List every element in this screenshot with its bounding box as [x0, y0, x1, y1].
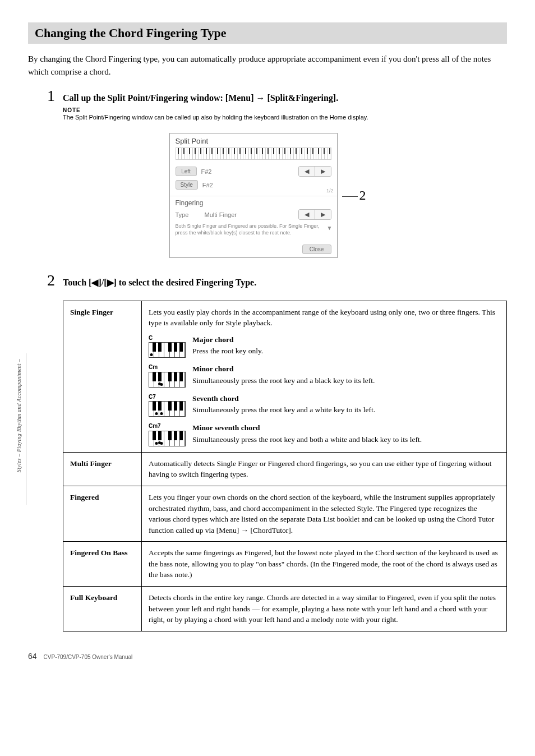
section-header: Changing the Chord Fingering Type: [28, 22, 507, 44]
table-row: Multi Finger Automatically detects Singl…: [63, 452, 507, 486]
page-footer: 64 CVP-709/CVP-705 Owner's Manual: [28, 652, 507, 661]
chord-label: Cm: [149, 363, 186, 372]
row-name: Multi Finger: [63, 452, 142, 486]
chord-seventh: C7 Seventh chord Simultaneously press th…: [149, 393, 500, 417]
chord-label: C7: [149, 393, 186, 402]
chord-keys-icon: [149, 342, 186, 358]
split-point-window: Split Point Left F#2 ◀ ▶ Style F#2 1/2 F…: [169, 133, 338, 257]
table-row: Single Finger Lets you easily play chord…: [63, 301, 507, 452]
chord-desc-text: Simultaneously press the root key and bo…: [192, 435, 422, 444]
note-label: NOTE: [63, 107, 507, 113]
step-2-title: Touch [◀]/[▶] to select the desired Fing…: [63, 277, 256, 288]
chord-desc-text: Simultaneously press the root key and a …: [192, 376, 375, 385]
step-2: 2 Touch [◀]/[▶] to select the desired Fi…: [45, 271, 507, 289]
chord-title: Major chord: [192, 334, 263, 345]
table-row: Fingered Lets you finger your own chords…: [63, 486, 507, 542]
type-label: Type: [176, 211, 200, 218]
row-name: Full Keyboard: [63, 586, 142, 631]
table-row: Full Keyboard Detects chords in the enti…: [63, 586, 507, 631]
type-description-text: Both Single Finger and Fingered are poss…: [176, 223, 320, 236]
type-value: Multi Finger: [205, 211, 294, 218]
fingering-section-label: Fingering: [170, 196, 337, 208]
chord-desc-text: Simultaneously press the root key and a …: [192, 405, 375, 414]
section-title: Changing the Chord Fingering Type: [35, 26, 500, 40]
row-desc: Accepts the same fingerings as Fingered,…: [142, 542, 507, 587]
chord-title: Minor seventh chord: [192, 422, 422, 434]
step-1: 1 Call up the Split Point/Fingering wind…: [45, 87, 507, 122]
table-row: Fingered On Bass Accepts the same finger…: [63, 542, 507, 587]
type-description: Both Single Finger and Fingered are poss…: [170, 221, 337, 241]
chord-minor: Cm Minor chord Simultaneously press the …: [149, 363, 500, 388]
row-name: Single Finger: [63, 301, 142, 452]
row-desc: Automatically detects Single Finger or F…: [142, 452, 507, 486]
style-value: F#2: [202, 182, 331, 188]
row-desc: Lets you easily play chords in the accom…: [142, 301, 507, 452]
left-button[interactable]: Left: [176, 167, 197, 176]
style-button[interactable]: Style: [176, 180, 198, 190]
row-desc: Lets you finger your own chords on the c…: [142, 486, 507, 542]
chord-keys-icon: [149, 431, 186, 446]
note-text: The Split Point/Fingering window can be …: [63, 113, 507, 122]
chord-keys-icon: [149, 401, 186, 417]
page-number: 64: [28, 652, 37, 661]
row-desc: Detects chords in the entire key range. …: [142, 586, 507, 631]
type-prev-button[interactable]: ◀: [299, 210, 315, 219]
row-name: Fingered: [63, 486, 142, 542]
chord-title: Minor chord: [192, 363, 375, 375]
window-title: Split Point: [170, 133, 337, 146]
left-value: F#2: [201, 168, 294, 175]
step-2-number: 2: [45, 271, 55, 289]
fingering-type-table: Single Finger Lets you easily play chord…: [63, 301, 507, 631]
chord-keys-icon: [149, 372, 186, 388]
side-tab-line: [26, 353, 26, 505]
row-name: Fingered On Bass: [63, 542, 142, 587]
keyboard-illustration[interactable]: [176, 147, 331, 160]
chord-major: C Major chord Press the root key only.: [149, 334, 500, 358]
intro-paragraph: By changing the Chord Fingering type, yo…: [28, 53, 507, 78]
splitpoint-next-button[interactable]: ▶: [315, 167, 331, 176]
step-1-note: NOTE The Split Point/Fingering window ca…: [63, 107, 507, 122]
side-tab-label: Styles – Playing Rhythm and Accompanimen…: [16, 359, 22, 472]
type-next-button[interactable]: ▶: [315, 210, 331, 219]
step-1-number: 1: [45, 87, 55, 105]
chord-minor-seventh: Cm7 Minor seventh chord Simultaneously p…: [149, 422, 500, 446]
single-finger-intro: Lets you easily play chords in the accom…: [149, 307, 500, 329]
callout-number: 2: [359, 188, 366, 202]
chord-label: Cm7: [149, 422, 186, 431]
chord-desc-text: Press the root key only.: [192, 347, 263, 355]
close-button[interactable]: Close: [302, 245, 331, 254]
callout-marker: 2: [342, 188, 366, 203]
dropdown-arrow-icon[interactable]: ▼: [327, 224, 333, 232]
chord-title: Seventh chord: [192, 393, 375, 404]
step-1-title: Call up the Split Point/Fingering window…: [63, 93, 338, 103]
screenshot-wrapper: Split Point Left F#2 ◀ ▶ Style F#2 1/2 F…: [28, 133, 507, 257]
chord-label: C: [149, 334, 186, 343]
page-fraction: 1/2: [326, 188, 334, 193]
splitpoint-prev-button[interactable]: ◀: [299, 167, 315, 176]
manual-reference: CVP-709/CVP-705 Owner's Manual: [44, 654, 133, 660]
